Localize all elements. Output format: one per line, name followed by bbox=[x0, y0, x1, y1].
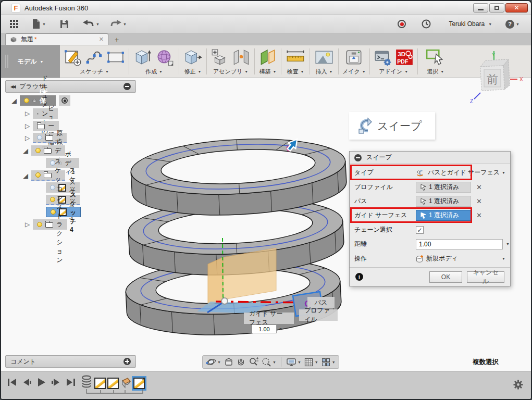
maximize-button[interactable] bbox=[489, 3, 504, 12]
dropdown-icon[interactable]: ▼ bbox=[332, 360, 336, 364]
guide-clear-icon[interactable]: ✕ bbox=[476, 211, 482, 219]
workspace-selector[interactable]: モデル ▼ bbox=[1, 45, 60, 78]
create-sketch-icon[interactable] bbox=[64, 48, 82, 67]
expand-icon[interactable]: ▷ bbox=[25, 123, 30, 129]
new-tab-button[interactable]: + bbox=[115, 35, 119, 44]
minimize-button[interactable] bbox=[473, 3, 488, 12]
job-status-button[interactable] bbox=[394, 18, 409, 30]
comment-panel-header[interactable]: コメント bbox=[5, 355, 136, 368]
profile-select-button[interactable]: 1 選択済み bbox=[416, 182, 471, 193]
expand-icon[interactable]: ▷ bbox=[25, 110, 30, 117]
visibility-bulb-icon[interactable] bbox=[50, 197, 55, 202]
guide-select-button[interactable]: 1 選択済み bbox=[416, 210, 471, 221]
close-button[interactable]: ✕ bbox=[505, 3, 528, 12]
look-at-button[interactable] bbox=[224, 358, 233, 366]
visibility-bulb-icon[interactable] bbox=[35, 148, 41, 153]
tree-row-sketches[interactable]: ◢ スケッチ bbox=[23, 170, 65, 181]
visibility-bulb-icon[interactable] bbox=[37, 135, 42, 140]
path-clear-icon[interactable]: ✕ bbox=[476, 197, 482, 205]
viewports-button[interactable]: ▼ bbox=[321, 358, 336, 367]
info-icon[interactable]: i bbox=[355, 273, 363, 281]
collapse-panel-icon[interactable]: ◀◀ bbox=[10, 84, 15, 89]
group-label-create[interactable]: 作成 bbox=[145, 68, 157, 76]
scripts-addins-icon[interactable] bbox=[374, 48, 392, 67]
profile-clear-icon[interactable]: ✕ bbox=[476, 183, 482, 191]
3d-print-icon[interactable] bbox=[344, 48, 364, 67]
group-label-select[interactable]: 選択 bbox=[427, 68, 438, 76]
expand-icon[interactable]: ▷ bbox=[25, 221, 30, 228]
dropdown-icon[interactable]: ▼ bbox=[315, 360, 318, 364]
visibility-bulb-icon[interactable] bbox=[37, 222, 42, 227]
step-back-button[interactable] bbox=[22, 378, 32, 387]
visibility-bulb-icon[interactable] bbox=[24, 98, 29, 103]
view-cube[interactable]: Y 前 X Z bbox=[468, 51, 530, 114]
viewcube-front-label[interactable]: 前 bbox=[487, 73, 498, 86]
construction-plane-icon[interactable] bbox=[258, 48, 277, 67]
activate-radio[interactable] bbox=[59, 95, 70, 106]
expand-icon[interactable]: ◢ bbox=[23, 147, 28, 154]
new-component-icon[interactable] bbox=[211, 48, 229, 67]
document-tab[interactable]: 無題 * ✕ bbox=[5, 33, 108, 45]
group-label-insert[interactable]: 挿入 bbox=[316, 68, 327, 76]
group-label-assemble[interactable]: アセンブリ bbox=[213, 68, 242, 76]
ok-button[interactable]: OK bbox=[429, 271, 462, 283]
group-label-make[interactable]: メイク bbox=[342, 68, 360, 76]
sweep-feature-icon[interactable] bbox=[120, 377, 132, 389]
coil-feature-icon[interactable] bbox=[80, 374, 93, 389]
dropdown-icon[interactable]: ▼ bbox=[506, 242, 510, 246]
tree-row-construction[interactable]: ▷ コンストラクション bbox=[25, 219, 67, 230]
redo-button[interactable]: ▼ bbox=[107, 18, 130, 30]
tree-row-root[interactable]: ◢ (未保存) bbox=[11, 95, 70, 106]
path-select-button[interactable]: 1 選択済み bbox=[416, 196, 471, 207]
dropdown-icon[interactable]: ▼ bbox=[279, 327, 282, 331]
sweep-dialog[interactable]: スイープ タイプ パスとガイド サーフェス ▼ プロファイル bbox=[349, 151, 511, 286]
chain-checkbox[interactable]: ✓ bbox=[416, 226, 424, 234]
tree-row-bodies[interactable]: ◢ ボディ bbox=[23, 145, 65, 156]
group-label-construct[interactable]: 構築 bbox=[259, 68, 271, 76]
origin-point[interactable] bbox=[221, 298, 228, 304]
group-label-modify[interactable]: 修正 bbox=[184, 68, 196, 76]
undo-button[interactable]: ▼ bbox=[80, 18, 103, 30]
rectangle-tool-icon[interactable] bbox=[106, 48, 125, 67]
app-menu-button[interactable] bbox=[6, 18, 22, 30]
grid-snap-button[interactable]: ▼ bbox=[304, 358, 318, 367]
help-menu[interactable]: ? ▼ bbox=[502, 18, 523, 30]
zoom-button[interactable] bbox=[249, 357, 258, 367]
minimize-panel-icon[interactable] bbox=[123, 83, 131, 90]
tree-row-sketch4[interactable]: スケッチ4 bbox=[46, 207, 81, 217]
3d-viewport[interactable]: Y 前 X Z ◀◀ ブラウザ ◢ bbox=[1, 78, 531, 371]
visibility-bulb-icon[interactable] bbox=[50, 185, 55, 190]
browser-panel-header[interactable]: ◀◀ ブラウザ bbox=[5, 80, 136, 93]
insert-image-icon[interactable] bbox=[314, 48, 335, 67]
tab-close-icon[interactable]: ✕ bbox=[99, 36, 104, 43]
visibility-bulb-icon[interactable] bbox=[35, 172, 41, 178]
operation-value[interactable]: 新規ボディ bbox=[426, 254, 458, 263]
expand-icon[interactable]: ◢ bbox=[23, 172, 28, 179]
go-to-end-button[interactable] bbox=[66, 378, 76, 387]
zoom-window-button[interactable]: ▼ bbox=[262, 357, 276, 367]
collapse-dialog-icon[interactable] bbox=[354, 154, 362, 161]
sketch-feature-icon[interactable] bbox=[94, 378, 106, 389]
play-button[interactable] bbox=[36, 378, 46, 387]
guide-distance-input[interactable] bbox=[252, 324, 277, 333]
distance-input[interactable] bbox=[416, 239, 503, 249]
dropdown-icon[interactable]: ▼ bbox=[298, 360, 301, 364]
dialog-header[interactable]: スイープ bbox=[350, 152, 510, 164]
dropdown-icon[interactable]: ▼ bbox=[273, 360, 276, 364]
tree-row-view-mgmt[interactable]: ▷ ビュー管理 bbox=[25, 121, 59, 131]
active-sketch-feature-icon[interactable] bbox=[133, 378, 145, 389]
account-menu[interactable]: Teruki Obara ▼ bbox=[443, 19, 495, 29]
spline-icon[interactable] bbox=[85, 48, 104, 67]
timeline-settings-gear-icon[interactable] bbox=[513, 380, 523, 390]
profile-selection-tag[interactable]: プロファイル bbox=[299, 309, 338, 321]
rollback-marker-icon[interactable] bbox=[142, 378, 145, 380]
joint-icon[interactable] bbox=[232, 48, 251, 67]
sketch-feature-icon[interactable] bbox=[107, 378, 119, 389]
go-to-start-button[interactable] bbox=[7, 378, 17, 387]
step-forward-button[interactable] bbox=[51, 378, 61, 387]
dropdown-icon[interactable]: ▼ bbox=[502, 257, 505, 260]
visibility-bulb-icon[interactable] bbox=[51, 209, 56, 215]
group-label-inspect[interactable]: 検査 bbox=[287, 68, 299, 76]
save-button[interactable] bbox=[56, 18, 72, 31]
pan-button[interactable] bbox=[237, 358, 245, 367]
